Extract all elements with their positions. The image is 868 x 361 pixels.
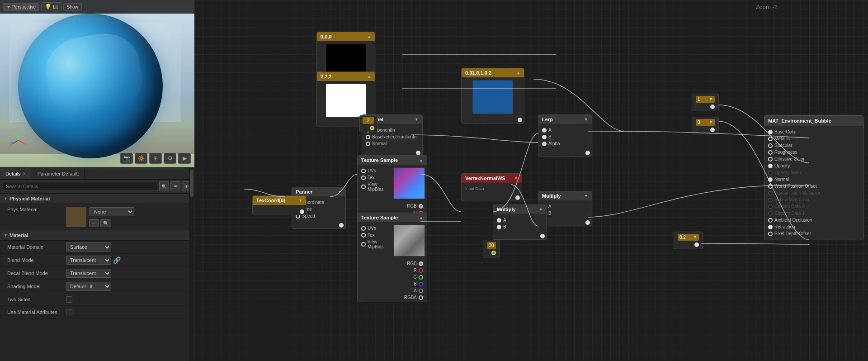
decal-blend-mode-row: Decal Blend Mode Translucent xyxy=(0,267,194,280)
node-000-expand[interactable]: ▲ xyxy=(367,34,371,39)
pin-mat-opacity-mask-label: Opacity Mask xyxy=(774,170,802,175)
tab-details[interactable]: Details ✕ xyxy=(0,168,32,179)
icon-settings[interactable]: ⚙ xyxy=(164,153,176,164)
node-lerp-expand[interactable]: ▼ xyxy=(584,117,588,122)
material-domain-select[interactable]: Surface xyxy=(66,242,111,252)
mat-wpo-row: World Position Offset xyxy=(766,183,861,190)
phys-mat-swatch xyxy=(66,207,86,227)
mat-output-label: MAT_Environment_Bubble xyxy=(768,118,831,124)
node-lerp-body: A B Alpha xyxy=(538,124,592,150)
icon-grid[interactable]: ⊞ xyxy=(149,153,162,164)
node-tex2-g-row: G xyxy=(359,274,425,280)
search-magnify-icon[interactable]: 🔍 xyxy=(159,181,169,191)
node-multiply2-expand[interactable]: ▼ xyxy=(539,207,543,212)
node-const-1[interactable]: 1 ▼ xyxy=(692,94,719,111)
blend-mode-select[interactable]: Translucent xyxy=(66,256,111,265)
mat-output-header: MAT_Environment_Bubble xyxy=(764,116,863,126)
const-1-expand[interactable]: ▼ xyxy=(709,97,713,102)
search-list-icon[interactable]: ☰ xyxy=(170,181,180,191)
pin-mat-ao xyxy=(768,218,773,223)
node-color-expand[interactable]: ▲ xyxy=(516,71,520,75)
panel-scrollbar[interactable] xyxy=(189,167,194,361)
mat-custom0-row: Custom Data 0 xyxy=(766,203,861,210)
node-texcoord-expand[interactable]: ▼ xyxy=(298,198,302,203)
section-arrow-physical: ▼ xyxy=(4,196,8,201)
node-const-30[interactable]: 30 xyxy=(483,240,500,257)
pin-tex2-r xyxy=(419,268,423,273)
pin-texcoord-out xyxy=(300,209,304,214)
perspective-button[interactable]: ▼ Perspective xyxy=(3,3,39,11)
node-const-0[interactable]: 0 ▼ xyxy=(692,117,719,134)
pin-mat-opacity xyxy=(768,164,773,168)
pin-tex1-rgb xyxy=(419,204,423,209)
blend-mode-link-icon[interactable]: 🔗 xyxy=(113,256,121,264)
phys-mat-select[interactable]: None xyxy=(89,207,134,216)
node-panner-expand[interactable]: ▼ xyxy=(338,190,342,194)
node-multiply1-expand[interactable]: ▼ xyxy=(584,194,588,198)
node-multiply2-header: Multiply ▼ xyxy=(493,205,547,214)
icon-realtime[interactable]: ▶ xyxy=(178,153,191,164)
node-222-expand[interactable]: ▲ xyxy=(367,74,371,79)
node-texture-sample-2[interactable]: Texture Sample ▲ UVs Tex View MipBias xyxy=(357,213,427,302)
node-const-02[interactable]: 0.2 ▼ xyxy=(674,232,703,249)
node-vertex-normal[interactable]: VertexNormalWS ▼ Input Data xyxy=(461,173,522,201)
pin-fresnel-normal xyxy=(366,142,370,146)
node-tex1-expand[interactable]: ▲ xyxy=(419,158,423,162)
pin-mat-metallic xyxy=(768,137,773,141)
show-button[interactable]: Show xyxy=(63,3,82,11)
use-material-attributes-checkbox[interactable] xyxy=(66,309,72,315)
material-section-header[interactable]: ▼ Material xyxy=(0,230,194,241)
const-0-expand[interactable]: ▼ xyxy=(709,120,713,125)
mat-output-body: Base Color Metallic Specular Roughness E… xyxy=(764,126,863,240)
node-graph[interactable]: Zoom -2 0,0,0 xyxy=(194,0,868,361)
node-texcoord[interactable]: TexCoord[0] ▼ xyxy=(252,195,307,215)
node-tex2-expand[interactable]: ▲ xyxy=(419,215,423,220)
two-sided-checkbox[interactable] xyxy=(66,296,72,303)
physical-material-section-header[interactable]: ▼ Physical Material xyxy=(0,194,194,204)
pin-mat-refraction-label: Refraction xyxy=(774,224,795,229)
node-constant-color[interactable]: 0.01,0,1,0.2 ▲ xyxy=(461,68,524,124)
svg-line-2 xyxy=(13,140,18,144)
pin-tex2-a xyxy=(419,289,423,293)
pin-mat-wpo-label: World Position Offset xyxy=(774,184,817,189)
search-input[interactable] xyxy=(3,182,157,191)
node-multiply-2[interactable]: Multiply ▼ A B xyxy=(493,204,547,240)
node-tex2-outputs: RGB R G B A RGBA xyxy=(358,259,427,302)
icon-camera[interactable]: 📷 xyxy=(120,153,133,164)
const-02-expand[interactable]: ▼ xyxy=(693,235,697,240)
node-panner-output xyxy=(292,222,345,228)
phys-mat-arrow-btn[interactable]: ← xyxy=(89,219,99,227)
node-multiply2-body: A B xyxy=(493,214,547,233)
pin-tex2-g xyxy=(419,275,423,280)
node-tex1-tex: Tex xyxy=(359,174,392,181)
svg-line-0 xyxy=(18,140,25,144)
pin-mat-refraction xyxy=(768,225,773,229)
const-1-label: 1 xyxy=(698,97,700,102)
phys-mat-search-btn[interactable]: 🔍 xyxy=(100,219,111,227)
pin-fresnel-baseRef-label: BaseReflectFractionIn xyxy=(372,134,416,139)
node-vertexnormal-expand[interactable]: ▼ xyxy=(514,176,518,180)
pin-multiply2-b xyxy=(497,225,501,229)
viewport-toolbar: ▼ Perspective 💡 Lit Show xyxy=(0,0,194,14)
icon-sphere-lit[interactable]: 🔆 xyxy=(135,153,147,164)
decal-blend-mode-select[interactable]: Translucent xyxy=(66,269,111,278)
tab-details-close[interactable]: ✕ xyxy=(23,171,26,176)
node-lerp[interactable]: Lerp ▼ A B Alpha xyxy=(538,114,592,157)
shading-model-select[interactable]: Default Lit xyxy=(66,282,111,291)
tab-parameter[interactable]: Parameter Default: xyxy=(32,168,85,179)
pin-mat-custom0-label: Custom Data 0 xyxy=(774,204,805,209)
node-fresnel-expand[interactable]: ▼ xyxy=(415,117,419,122)
pin-mat-custom0 xyxy=(768,204,773,209)
mat-trans-mult-row: Transmission Multiplier xyxy=(766,190,861,196)
mat-output-node[interactable]: MAT_Environment_Bubble Base Color Metall… xyxy=(764,115,863,240)
const-1-header: 1 ▼ xyxy=(696,96,715,103)
lit-button[interactable]: 💡 Lit xyxy=(41,2,61,11)
pin-mat-trans-mult xyxy=(768,191,773,195)
blend-mode-row: Blend Mode Translucent 🔗 xyxy=(0,254,194,267)
const-2-label: 2 xyxy=(363,117,374,124)
node-panner-header: Panner ▼ xyxy=(292,187,345,196)
node-const-2[interactable]: 2 xyxy=(359,115,377,132)
section-arrow-material: ▼ xyxy=(4,233,8,238)
pin-const30-out xyxy=(491,251,496,255)
pin-mat-wpo xyxy=(768,184,773,189)
